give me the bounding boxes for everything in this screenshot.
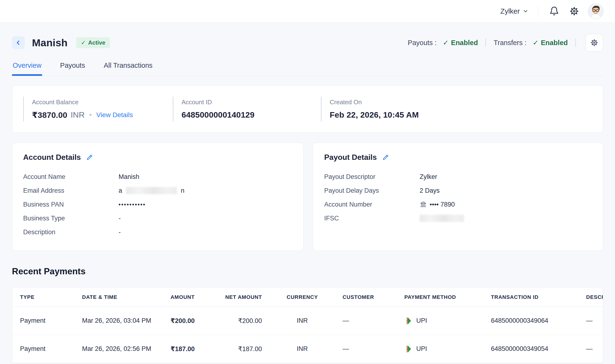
email-suffix: n — [181, 187, 184, 195]
chevron-down-icon — [523, 8, 528, 14]
table-header-row: TYPE DATE & TIME AMOUNT NET AMOUNT CURRE… — [12, 288, 603, 307]
bank-icon — [420, 201, 427, 208]
pencil-icon — [382, 154, 389, 161]
detail-row: Description - — [23, 225, 292, 239]
detail-label: Account Number — [324, 201, 420, 208]
detail-cards-row: Account Details Account Name Manish Emai… — [12, 143, 603, 251]
redacted-ifsc — [420, 215, 464, 222]
status-badge: ✓ Active — [76, 37, 110, 48]
masked-account-number-text: •••• 7890 — [430, 201, 455, 208]
cell-description: — — [586, 317, 603, 325]
payment-method-text: UPI — [416, 317, 427, 325]
account-settings-button[interactable] — [585, 34, 603, 52]
page-title: Manish — [32, 37, 67, 49]
payouts-status: ✓ Enabled — [443, 39, 478, 47]
tab-all-transactions[interactable]: All Transactions — [103, 60, 153, 76]
notifications-button[interactable] — [548, 5, 561, 18]
upi-icon — [404, 316, 413, 325]
column-header-payment-method: PAYMENT METHOD — [404, 294, 491, 300]
back-button[interactable] — [12, 36, 25, 49]
gear-icon — [590, 39, 598, 47]
cell-net-amount: ₹200.00 — [195, 317, 262, 325]
column-header-amount: AMOUNT — [158, 294, 195, 300]
detail-label: Payout Delay Days — [324, 187, 420, 195]
payouts-label: Payouts : — [408, 39, 437, 47]
cell-customer: — — [342, 345, 404, 352]
bell-icon — [549, 6, 559, 16]
tab-overview[interactable]: Overview — [12, 60, 42, 76]
org-switcher[interactable]: Zylker — [500, 7, 528, 15]
page-header: Manish ✓ Active Payouts : ✓ Enabled Tran… — [12, 34, 603, 52]
detail-row: Account Number •••• 7890 — [324, 197, 592, 211]
upi-icon — [404, 345, 413, 353]
chevron-left-icon — [15, 39, 22, 46]
payout-details-card: Payout Details Payout Descriptor Zylker … — [313, 143, 603, 251]
dot-separator — [90, 114, 92, 116]
transfers-status: ✓ Enabled — [533, 39, 568, 47]
avatar[interactable] — [588, 3, 603, 19]
settings-button-topbar[interactable] — [568, 5, 581, 18]
divider — [576, 39, 576, 47]
detail-row: Business Type - — [23, 211, 292, 225]
detail-value: 2 Days — [420, 187, 440, 195]
check-icon: ✓ — [533, 39, 538, 47]
tab-bar: Overview Payouts All Transactions — [12, 60, 603, 76]
detail-value: - — [118, 229, 121, 236]
cell-transaction-id: 6485000000349054 — [491, 345, 586, 352]
check-icon: ✓ — [81, 39, 86, 46]
header-status-group: Payouts : ✓ Enabled Transfers : ✓ Enable… — [408, 34, 603, 52]
view-details-link[interactable]: View Details — [96, 111, 133, 119]
org-name: Zylker — [500, 7, 520, 15]
cell-datetime: Mar 26, 2026, 02:56 PM — [82, 345, 158, 352]
column-header-description: DESCRIPTION — [586, 294, 603, 300]
detail-label: Account Name — [23, 173, 118, 181]
detail-label: IFSC — [324, 215, 420, 222]
pencil-icon — [86, 154, 93, 161]
detail-label: Business PAN — [23, 201, 118, 208]
recent-payments-title: Recent Payments — [12, 266, 603, 276]
cell-description: — — [586, 345, 603, 352]
column-header-customer: CUSTOMER — [342, 294, 404, 300]
check-icon: ✓ — [443, 39, 448, 47]
detail-label: Email Address — [23, 187, 118, 195]
column-header-net-amount: NET AMOUNT — [195, 294, 262, 300]
cell-payment-method: UPI — [404, 345, 491, 353]
cell-datetime: Mar 26, 2026, 03:04 PM — [82, 317, 158, 325]
account-balance-label: Account Balance — [32, 99, 173, 106]
topbar-divider — [538, 6, 538, 16]
column-header-datetime: DATE & TIME — [82, 294, 158, 300]
edit-account-details-button[interactable] — [86, 154, 93, 161]
cell-payment-method: UPI — [404, 316, 491, 325]
table-row[interactable]: Payment Mar 26, 2026, 02:56 PM ₹187.00 ₹… — [12, 335, 603, 363]
detail-row: Account Name Manish — [23, 170, 292, 184]
detail-row: Business PAN •••••••••• — [23, 197, 292, 211]
column-header-currency: CURRENCY — [262, 294, 342, 300]
summary-card: Account Balance ₹3870.00 INR View Detail… — [12, 85, 603, 133]
detail-row: Payout Descriptor Zylker — [324, 170, 592, 184]
cell-amount: ₹187.00 — [158, 345, 195, 353]
table-row[interactable]: Payment Mar 26, 2026, 03:04 PM ₹200.00 ₹… — [12, 307, 603, 335]
divider — [485, 39, 486, 47]
gear-icon — [569, 6, 579, 16]
detail-label: Business Type — [23, 215, 118, 222]
transfers-label: Transfers : — [494, 39, 526, 47]
cell-net-amount: ₹187.00 — [195, 345, 262, 353]
created-on-section: Created On Feb 22, 2026, 10:45 AM — [321, 97, 603, 121]
edit-payout-details-button[interactable] — [382, 154, 389, 161]
detail-row: Payout Delay Days 2 Days — [324, 184, 592, 197]
account-id-section: Account ID 6485000000140129 — [173, 97, 321, 121]
masked-account-number: •••• 7890 — [420, 201, 455, 208]
detail-value: Zylker — [420, 173, 437, 181]
status-badge-label: Active — [88, 39, 105, 46]
column-header-type: TYPE — [20, 294, 82, 300]
account-details-title: Account Details — [23, 153, 81, 162]
detail-row: Email Address an — [23, 184, 292, 197]
cell-transaction-id: 6485000000349064 — [491, 317, 586, 325]
detail-label: Description — [23, 229, 118, 236]
email-value: an — [118, 187, 184, 195]
transfers-status-text: Enabled — [541, 39, 568, 47]
detail-label: Payout Descriptor — [324, 173, 420, 181]
tab-payouts[interactable]: Payouts — [59, 60, 86, 76]
cell-currency: INR — [262, 345, 342, 352]
page-content: Manish ✓ Active Payouts : ✓ Enabled Tran… — [0, 34, 615, 363]
